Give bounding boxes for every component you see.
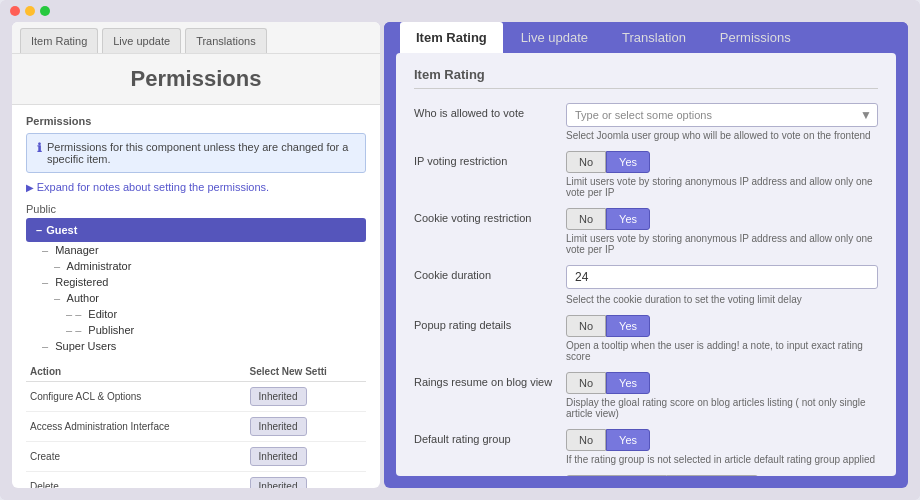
tree-section: Public – Guest – Manager – Administrator [26, 203, 366, 354]
toggle-group: No Yes [566, 208, 878, 230]
right-tab-bar: Item Rating Live update Translation Perm… [384, 22, 908, 53]
field-label: Category layout [414, 475, 554, 476]
who-vote-select[interactable]: Type or select some options [566, 103, 878, 127]
inherited-btn[interactable]: Inherited [250, 447, 307, 466]
tree-dash: – [42, 340, 48, 352]
toggle-yes[interactable]: Yes [606, 429, 650, 451]
info-icon: ℹ [37, 141, 42, 155]
field-label: Raings resume on blog view [414, 372, 554, 388]
toggle-no[interactable]: No [566, 429, 606, 451]
tree-item-publisher[interactable]: – – Publisher [26, 322, 366, 338]
toggle-no[interactable]: No [566, 315, 606, 337]
cookie-duration-input[interactable] [566, 265, 878, 289]
info-text: Permissions for this component unless th… [47, 141, 355, 165]
table-row: Delete Inherited [26, 472, 366, 489]
col-select: Select New Setti [246, 362, 366, 382]
toggle-no[interactable]: No [566, 208, 606, 230]
field-control: Type or select some options ▼ Select Joo… [566, 103, 878, 141]
inherited-cell: Inherited [246, 472, 366, 489]
field-label: Cookie duration [414, 265, 554, 281]
tree-dash: – [54, 292, 60, 304]
field-hint: Display the gloal rating score on blog a… [566, 397, 878, 419]
left-panel: Item Rating Live update Translations Per… [12, 22, 380, 488]
tree-dash: – [42, 244, 48, 256]
table-row: Configure ACL & Options Inherited [26, 382, 366, 412]
toggle-yes[interactable]: Yes [606, 151, 650, 173]
col-action: Action [26, 362, 234, 382]
right-panel: Item Rating Live update Translation Perm… [384, 22, 908, 488]
tab-translation[interactable]: Translation [606, 22, 702, 53]
field-label: Default rating group [414, 429, 554, 445]
tree-item-label: Publisher [88, 324, 134, 336]
minimize-dot[interactable] [25, 6, 35, 16]
info-box: ℹ Permissions for this component unless … [26, 133, 366, 173]
table-row: Create Inherited [26, 442, 366, 472]
field-hint: If the rating group is not selected in a… [566, 454, 878, 465]
field-control: No Yes Open a tooltip when the user is a… [566, 315, 878, 362]
inherited-btn[interactable]: Inherited [250, 417, 307, 436]
field-popup-rating: Popup rating details No Yes Open a toolt… [414, 315, 878, 362]
field-label: Who is allowed to vote [414, 103, 554, 119]
expand-link[interactable]: Expand for notes about setting the permi… [26, 181, 366, 193]
tree-group-label: Public [26, 203, 366, 215]
tree-item-label: Guest [46, 224, 77, 236]
action-label: Configure ACL & Options [26, 382, 234, 412]
tree-dash: – [42, 276, 48, 288]
field-label: Cookie voting restriction [414, 208, 554, 224]
toggle-group: No Yes [566, 429, 878, 451]
permissions-table: Action Select New Setti Configure ACL & … [26, 362, 366, 488]
tree-item-guest[interactable]: – Guest [26, 218, 366, 242]
field-cookie-restriction: Cookie voting restriction No Yes Limit u… [414, 208, 878, 255]
tree-item-label: Editor [88, 308, 117, 320]
field-who-vote: Who is allowed to vote Type or select so… [414, 103, 878, 141]
tab-permissions[interactable]: Permissions [704, 22, 807, 53]
tree-item-editor[interactable]: – – Editor [26, 306, 366, 322]
tree-item-label: Author [67, 292, 99, 304]
inherited-cell: Inherited [246, 382, 366, 412]
tab-live-update-left[interactable]: Live update [102, 28, 181, 53]
field-control: No Yes Display the gloal rating score on… [566, 372, 878, 419]
tree-item-label: Manager [55, 244, 98, 256]
toggle-group: No Yes [566, 315, 878, 337]
permissions-label: Permissions [26, 115, 366, 127]
tree-item-superusers[interactable]: – Super Users [26, 338, 366, 354]
left-content: Permissions ℹ Permissions for this compo… [12, 105, 380, 488]
tree-item-prefix: – [36, 224, 42, 236]
tree-item-manager[interactable]: – Manager [26, 242, 366, 258]
inherited-btn[interactable]: Inherited [250, 477, 307, 488]
tree-dash: – – [66, 308, 81, 320]
field-category-layout: Category layout Compact View Normal View… [414, 475, 878, 476]
compact-view-btn[interactable]: Compact View [566, 475, 667, 476]
toggle-group: No Yes [566, 151, 878, 173]
action-label: Delete [26, 472, 234, 489]
tree-item-author[interactable]: – Author [26, 290, 366, 306]
inherited-cell: Inherited [246, 442, 366, 472]
field-hint: Select the cookie duration to set the vo… [566, 294, 878, 305]
tree-item-registered[interactable]: – Registered [26, 274, 366, 290]
tab-item-rating[interactable]: Item Rating [400, 22, 503, 53]
section-title: Item Rating [414, 67, 878, 89]
inherited-btn[interactable]: Inherited [250, 387, 307, 406]
maximize-dot[interactable] [40, 6, 50, 16]
tree-dash: – – [66, 324, 81, 336]
table-row: Access Administration Interface Inherite… [26, 412, 366, 442]
tree-item-administrator[interactable]: – Administrator [26, 258, 366, 274]
action-spacer [234, 412, 245, 442]
field-default-group: Default rating group No Yes If the ratin… [414, 429, 878, 465]
tab-item-rating-left[interactable]: Item Rating [20, 28, 98, 53]
tab-live-update[interactable]: Live update [505, 22, 604, 53]
field-hint: Limit users vote by storing anonymous IP… [566, 233, 878, 255]
field-blog-view: Raings resume on blog view No Yes Displa… [414, 372, 878, 419]
close-dot[interactable] [10, 6, 20, 16]
normal-view-btn[interactable]: Normal View [667, 475, 758, 476]
category-btn-group: Compact View Normal View [566, 475, 878, 476]
tab-translations-left[interactable]: Translations [185, 28, 267, 53]
toggle-no[interactable]: No [566, 372, 606, 394]
action-label: Create [26, 442, 234, 472]
toggle-yes[interactable]: Yes [606, 208, 650, 230]
toggle-yes[interactable]: Yes [606, 315, 650, 337]
toggle-yes[interactable]: Yes [606, 372, 650, 394]
field-control: No Yes Limit users vote by storing anony… [566, 151, 878, 198]
toggle-no[interactable]: No [566, 151, 606, 173]
right-content: Item Rating Who is allowed to vote Type … [396, 53, 896, 476]
